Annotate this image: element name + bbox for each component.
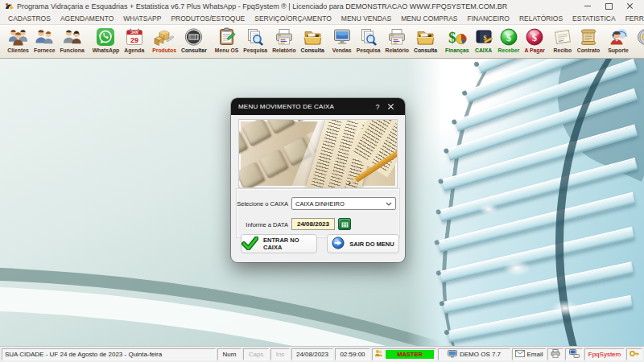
toolbar-button-consulta-os[interactable]: Consulta — [299, 25, 327, 58]
enter-caixa-label: ENTRAR NO CAIXA — [263, 237, 316, 251]
receipt-icon — [553, 27, 572, 47]
enter-caixa-button[interactable]: ENTRAR NO CAIXA — [241, 234, 317, 253]
user-icon — [374, 349, 383, 360]
toolbar-label: Recibo — [553, 47, 572, 54]
caixa-selected-value: CAIXA DINHEIRO — [295, 200, 345, 208]
close-icon — [626, 2, 634, 10]
toolbar-button-clientes[interactable]: Clientes — [5, 25, 31, 58]
toolbar-button-whatsapp[interactable]: WhatsApp — [90, 25, 122, 58]
menu-relatorios[interactable]: RELATÓRIOS — [514, 14, 568, 23]
date-input[interactable]: 24/08/2023 — [291, 218, 335, 230]
title-bar: Programa Vidraçaria e Esquadrias + Estat… — [0, 0, 644, 12]
toolbar-label: Consultar — [181, 47, 207, 54]
toolbar-button-a-pagar[interactable]: $ A Pagar — [522, 25, 547, 58]
dialog-close-button[interactable] — [385, 102, 398, 112]
toolbar-label: Pesquisa — [243, 47, 267, 54]
status-email: Email — [512, 348, 546, 360]
menu-menu-vendas[interactable]: MENU VENDAS — [336, 14, 396, 23]
menu-menu-compras[interactable]: MENU COMPRAS — [396, 14, 462, 23]
menu-servico-orcamento[interactable]: SERVIÇO/ORÇAMENTO — [250, 14, 336, 23]
menu-estatistica[interactable]: ESTATISTICA — [568, 14, 621, 23]
toolbar-button-moeda[interactable]: $ — [634, 25, 644, 58]
close-button[interactable] — [619, 1, 640, 12]
barcode-icon — [184, 27, 204, 47]
menu-produtos-estoque[interactable]: PRODUTOS/ESTOQUE — [166, 14, 250, 23]
toolbar-button-pesquisa-os[interactable]: Pesquisa — [241, 25, 270, 58]
app-logo-icon — [4, 2, 14, 10]
blue-arrow-icon — [332, 237, 345, 251]
menu-bar: CADASTROS AGENDAMENTO WHATSAPP PRODUTOS/… — [0, 12, 644, 25]
pay-dollar-icon: $ — [525, 27, 544, 47]
window-title: Programa Vidraçaria e Esquadrias + Estat… — [17, 2, 507, 10]
dialog-title-bar: MENU MOVIMENTO DE CAIXA ? — [231, 98, 405, 115]
menu-movimento-caixa-dialog: MENU MOVIMENTO DE CAIXA ? Selecione o CA… — [231, 98, 405, 262]
toolbar-button-consulta-vendas[interactable]: Consulta — [411, 25, 440, 58]
menu-whatsapp[interactable]: WHATSAPP — [118, 14, 166, 23]
check-icon — [242, 237, 258, 252]
minimize-icon — [584, 6, 591, 6]
cashbook-icon: $ — [474, 27, 493, 47]
caixa-select-label: Selecione o CAIXA — [237, 200, 288, 208]
toolbar-button-financas[interactable]: $ Finanças — [443, 25, 471, 58]
calendar-icon: JAN29 — [125, 27, 144, 47]
status-insert: Ins — [270, 348, 290, 360]
wallpaper-sparkle — [551, 300, 579, 316]
toolbar-button-suporte[interactable]: Suporte — [605, 25, 631, 58]
calendar-picker-button[interactable] — [338, 218, 351, 230]
status-user-name: MASTER — [386, 350, 434, 359]
dialog-title: MENU MOVIMENTO DE CAIXA — [238, 103, 334, 110]
status-network — [565, 348, 583, 360]
svg-text:JAN: JAN — [130, 31, 138, 35]
menu-ferramentas[interactable]: FERRAMENTAS — [621, 14, 644, 23]
toolbar-label: Consulta — [301, 47, 324, 54]
status-email-label: Email — [527, 351, 543, 358]
toolbar-label: Relatório — [272, 47, 295, 54]
key-icon — [630, 349, 639, 360]
email-icon — [515, 350, 525, 359]
status-security — [626, 348, 642, 360]
menu-financeiro[interactable]: FINANCEIRO — [463, 14, 514, 23]
toolbar-label: Fornece — [34, 47, 55, 54]
minimize-button[interactable] — [577, 1, 598, 12]
search-documents-icon — [359, 27, 378, 47]
toolbar-button-agenda[interactable]: JAN29 Agenda — [122, 25, 147, 58]
toolbar-label: Funciona — [60, 47, 84, 54]
window-controls — [577, 1, 640, 12]
status-os-label: DEMO OS 7.7 — [460, 351, 501, 358]
toolbar-button-relatorio-os[interactable]: Relatório — [270, 25, 298, 58]
svg-text:$: $ — [532, 32, 537, 43]
toolbar-button-produtos[interactable]: Produtos — [150, 25, 179, 58]
toolbar-button-caixa[interactable]: $ CAIXA — [472, 25, 496, 58]
toolbar-button-vendas[interactable]: Vendas — [330, 25, 354, 58]
menu-agendamento[interactable]: AGENDAMENTO — [56, 14, 118, 23]
maximize-button[interactable] — [598, 1, 619, 12]
caixa-select[interactable]: CAIXA DINHEIRO — [291, 197, 396, 210]
toolbar-button-pesquisa-vendas[interactable]: Pesquisa — [354, 25, 383, 58]
toolbar-button-funcionarios[interactable]: Funciona — [57, 25, 86, 58]
status-location: SUA CIDADE - UF 24 de Agosto de 2023 - Q… — [2, 348, 216, 360]
printer-report-icon — [275, 27, 294, 47]
toolbar-button-contrato[interactable]: Contrato — [575, 25, 602, 58]
toolbar-label: Vendas — [332, 47, 352, 54]
coin-icon: $ — [637, 27, 644, 47]
svg-text:$: $ — [448, 29, 456, 46]
toolbar-button-menu-os[interactable]: Menu OS — [213, 25, 241, 58]
receive-dollar-icon: $ — [499, 27, 518, 47]
menu-cadastros[interactable]: CADASTROS — [3, 14, 56, 23]
dialog-help-button[interactable]: ? — [370, 103, 385, 111]
products-boxes-icon — [154, 27, 175, 47]
suppliers-icon — [34, 27, 55, 47]
maximize-icon — [605, 3, 613, 10]
clients-icon — [7, 27, 29, 47]
exit-menu-button[interactable]: SAIR DO MENU — [327, 234, 399, 253]
date-input-label: Informe a DATA — [237, 221, 288, 228]
application-window: { "window": { "title": "Programa Vidraça… — [0, 0, 644, 362]
toolbar-label: Receber — [498, 47, 520, 54]
status-num-lock: Num — [217, 348, 242, 360]
contract-scroll-icon — [579, 27, 598, 47]
toolbar-button-fornecedores[interactable]: Fornece — [31, 25, 57, 58]
toolbar-button-receber[interactable]: $ Receber — [496, 25, 522, 58]
toolbar-button-consultar-produtos[interactable]: Consultar — [179, 25, 209, 58]
toolbar-button-recibo[interactable]: Recibo — [551, 25, 575, 58]
toolbar-button-relatorio-vendas[interactable]: Relatório — [383, 25, 411, 58]
